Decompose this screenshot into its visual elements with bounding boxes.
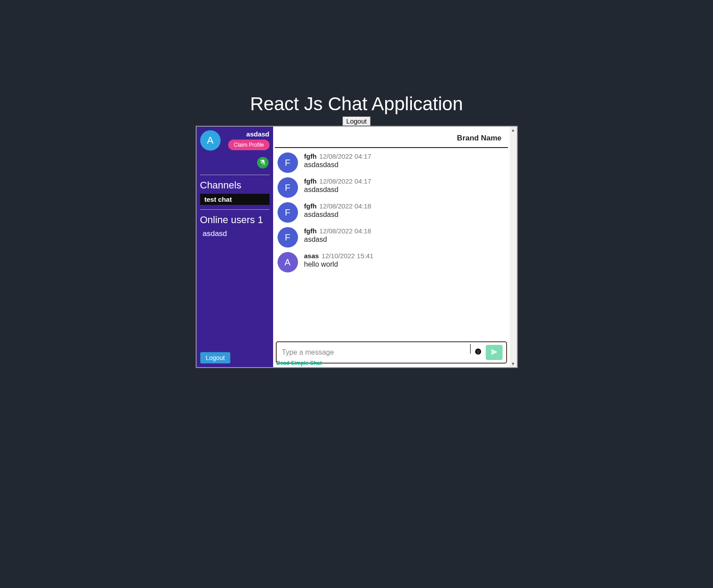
page-title: React Js Chat Application <box>0 93 713 115</box>
message-timestamp: 12/08/2022 04:18 <box>319 227 371 235</box>
message-author: fgfh <box>304 227 317 235</box>
online-user-item[interactable]: asdasd <box>197 228 273 240</box>
message-body: fgfh12/08/2022 04:17asdasdasd <box>304 152 505 169</box>
send-icon <box>491 348 498 357</box>
channel-item-test-chat[interactable]: test chat <box>200 194 270 205</box>
notifications-toggle-button[interactable] <box>257 157 269 168</box>
message-row: Ffgfh12/08/2022 04:18asdasdasd <box>273 198 510 223</box>
message-row: Ffgfh12/08/2022 04:17asdasdasd <box>273 148 510 173</box>
message-row: Ffgfh12/08/2022 04:18asdasd <box>273 223 510 248</box>
chat-window: A asdasd Claim Profile Channels test cha… <box>196 126 518 368</box>
channels-heading: Channels <box>197 178 273 194</box>
message-body: asas12/10/2022 15:41hello world <box>304 252 505 268</box>
message-author: fgfh <box>304 202 317 210</box>
message-author: fgfh <box>304 152 317 160</box>
message-input[interactable] <box>280 346 467 359</box>
divider <box>200 209 270 210</box>
claim-profile-button[interactable]: Claim Profile <box>228 140 269 150</box>
logout-top-button[interactable]: Logout <box>342 116 371 126</box>
brand-name: Brand Name <box>275 127 508 148</box>
message-avatar[interactable]: F <box>278 177 298 198</box>
avatar[interactable]: A <box>200 130 221 151</box>
sidebar: A asdasd Claim Profile Channels test cha… <box>197 127 273 367</box>
emoji-button[interactable] <box>474 348 482 356</box>
bell-slash-icon <box>260 159 266 167</box>
message-timestamp: 12/10/2022 15:41 <box>322 252 374 260</box>
svg-point-0 <box>475 348 481 354</box>
svg-point-2 <box>479 351 479 352</box>
message-body: fgfh12/08/2022 04:17asdasdasd <box>304 177 505 194</box>
message-row: Aasas12/10/2022 15:41hello world <box>273 248 510 272</box>
message-author: asas <box>304 252 319 260</box>
divider <box>200 175 270 175</box>
message-text: asdasdasd <box>304 211 505 219</box>
message-timestamp: 12/08/2022 04:17 <box>319 152 371 160</box>
scrollbar[interactable]: ▲ ▼ <box>510 127 517 367</box>
messages-list[interactable]: Ffgfh12/08/2022 04:17asdasdasdFfgfh12/08… <box>273 148 510 339</box>
scroll-down-icon[interactable]: ▼ <box>511 360 516 367</box>
logout-sidebar-button[interactable]: Logout <box>200 352 231 364</box>
message-timestamp: 12/08/2022 04:17 <box>319 177 371 185</box>
message-row: Ffgfh12/08/2022 04:17asdasdasd <box>273 173 510 198</box>
svg-point-1 <box>477 351 478 352</box>
message-timestamp: 12/08/2022 04:18 <box>319 202 371 210</box>
profile-info: asdasd Claim Profile <box>228 130 269 150</box>
message-avatar[interactable]: F <box>278 227 298 248</box>
message-body: fgfh12/08/2022 04:18asdasdasd <box>304 202 505 219</box>
message-text: asdasdasd <box>304 186 505 194</box>
message-avatar[interactable]: F <box>278 202 298 223</box>
message-author: fgfh <box>304 177 317 185</box>
username-label: asdasd <box>246 130 270 138</box>
message-body: fgfh12/08/2022 04:18asdasd <box>304 227 505 244</box>
send-button[interactable] <box>486 345 503 360</box>
message-avatar[interactable]: A <box>278 252 298 272</box>
cursor-indicator <box>470 344 471 354</box>
message-avatar[interactable]: F <box>278 152 298 173</box>
footer-link[interactable]: Dead Simple Chat <box>277 360 322 366</box>
message-text: hello world <box>304 260 505 268</box>
message-text: asdasdasd <box>304 161 505 169</box>
profile-row: A asdasd Claim Profile <box>197 127 273 154</box>
online-users-heading: Online users 1 <box>197 212 273 228</box>
scroll-up-icon[interactable]: ▲ <box>511 127 516 133</box>
emoji-icon <box>475 348 482 357</box>
main-area: Brand Name Ffgfh12/08/2022 04:17asdasdas… <box>273 127 510 367</box>
message-text: asdasd <box>304 236 505 244</box>
